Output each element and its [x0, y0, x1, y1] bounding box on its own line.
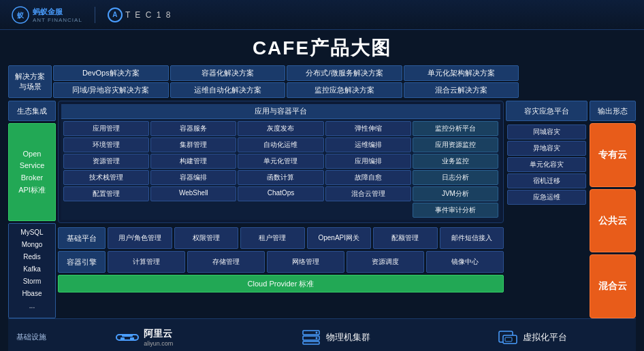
aliyun-name: 阿里云: [144, 328, 173, 340]
svg-point-9: [315, 331, 317, 333]
svg-rect-4: [130, 337, 134, 340]
cell-openapi: OpenAPI网关: [307, 227, 372, 249]
physical-provider: 物理机集群: [300, 328, 370, 347]
cell-config-mgmt: 配置管理: [63, 186, 149, 201]
sol-dr: 同域/异地容灾解决方案: [53, 82, 169, 98]
disaster-platform-title: 容灾应急平台: [506, 101, 587, 121]
cell-unit-dr: 单元化容灾: [507, 157, 586, 172]
cell-container-arr: 容器编排: [150, 170, 236, 185]
cell-event-audit: 事件审计分析: [413, 203, 498, 218]
container-engine-row: 容器引擎 计算管理 存储管理 网络管理 资源调度 镜像中心: [58, 251, 504, 273]
ecosystem-label: 生态集成: [8, 101, 56, 121]
disaster-section: 容灾应急平台 同城容灾 异地容灾 单元化容灾 宿机迁移 应急运维: [506, 101, 587, 318]
cell-log-analysis: 日志分析: [413, 170, 498, 185]
svg-point-10: [315, 337, 317, 339]
infra-platform-label: 基础平台: [58, 227, 106, 249]
ant-logo-sub: ANT FINANCIAL: [33, 17, 82, 23]
atec-a-letter: A: [112, 11, 117, 18]
cell-email-sms: 邮件短信接入: [440, 227, 504, 249]
sol-microservice: 分布式/微服务解决方案: [287, 65, 402, 81]
aliyun-sub: aliyun.com: [144, 340, 173, 347]
atec-logo: A T E C 1 8: [108, 7, 172, 22]
cell-gray-release: 灰度发布: [238, 121, 323, 136]
diagram-area: 生态集成 Open Service Broker API标准 MySQLMong…: [8, 101, 636, 318]
cell-hybrid-cloud-mgmt: 混合云管理: [325, 186, 411, 201]
left-sidebar: 生态集成 Open Service Broker API标准 MySQLMong…: [8, 101, 56, 318]
sol-hybrid: 混合云解决方案: [404, 82, 519, 98]
cloud-private: 专有云: [590, 123, 636, 187]
svg-rect-3: [120, 337, 125, 340]
middle-section: 应用与容器平台 应用管理 容器服务 灰度发布 弹性伸缩 监控分析平台 环境管理 …: [58, 101, 504, 318]
cell-tenant: 租户管理: [240, 227, 305, 249]
cell-ops-arr: 运维编排: [325, 137, 411, 152]
cell-app-arr: 应用编排: [325, 154, 411, 169]
cell-fault-heal: 故障自愈: [325, 170, 411, 185]
cell-env-mgmt: 环境管理: [63, 137, 149, 152]
sol-unit: 单元化架构解决方案: [404, 65, 519, 81]
cell-res-mgmt: 资源管理: [63, 154, 149, 169]
aliyun-provider: 阿里云 aliyun.com: [115, 328, 173, 347]
atec-circle-icon: A: [108, 7, 123, 22]
solutions-grid: DevOps解决方案 容器化解决方案 分布式/微服务解决方案 单元化架构解决方案…: [53, 65, 636, 98]
cell-biz-mon: 业务监控: [413, 154, 498, 169]
cell-host-migrate: 宿机迁移: [507, 173, 586, 188]
cell-resource-sched: 资源调度: [347, 251, 424, 273]
svg-text:蚁: 蚁: [17, 12, 25, 19]
app-platform-title: 应用与容器平台: [61, 104, 500, 119]
app-platform-grid: 应用管理 容器服务 灰度发布 弹性伸缩 监控分析平台 环境管理 集群管理 自动化…: [61, 119, 500, 220]
cell-remote-dr: 异地容灾: [507, 141, 586, 156]
aliyun-icon: [115, 328, 140, 347]
cell-app-mgmt: 应用管理: [63, 121, 149, 136]
cloud-hybrid: 混合云: [590, 254, 636, 318]
cell-permission: 权限管理: [174, 227, 239, 249]
ant-financial-logo: 蚁 蚂蚁金服 ANT FINANCIAL: [11, 5, 82, 24]
cell-elastic: 弹性伸缩: [325, 121, 411, 136]
container-engine-cells: 计算管理 存储管理 网络管理 资源调度 镜像中心: [108, 251, 504, 273]
cell-chatops: ChatOps: [238, 186, 323, 201]
infra-platform-cells: 用户/角色管理 权限管理 租户管理 OpenAPI网关 配额管理 邮件短信接入: [108, 227, 504, 249]
sol-monitor: 监控应急解决方案: [287, 82, 402, 98]
infra-bottom: 基础设施 阿里云 aliyun.com: [8, 318, 636, 351]
cell-auto-ops: 自动化运维: [238, 137, 323, 152]
cloud-public: 公共云: [590, 189, 636, 253]
logo-area: 蚁 蚂蚁金服 ANT FINANCIAL A T E C 1 8: [11, 5, 172, 24]
cell-cluster-mgmt: 集群管理: [150, 137, 236, 152]
cell-mirror-center: 镜像中心: [426, 251, 504, 273]
cell-network: 网络管理: [267, 251, 344, 273]
disaster-cells: 同城容灾 异地容灾 单元化容灾 宿机迁移 应急运维: [506, 123, 587, 206]
disaster-filler: [506, 208, 587, 318]
server-icon: [300, 328, 322, 347]
cell-jvm: JVM分析: [413, 186, 498, 201]
cell-app-res-mon: 应用资源监控: [413, 137, 498, 152]
virtual-icon: [497, 328, 519, 347]
cell-compute: 计算管理: [108, 251, 185, 273]
container-engine-label: 容器引擎: [58, 251, 106, 273]
cell-webshell: WebShell: [150, 186, 236, 201]
cell-emergency-ops: 应急运维: [507, 190, 586, 205]
atec-text: T E C 1 8: [125, 10, 172, 20]
open-service-broker: Open Service Broker API标准: [8, 123, 56, 221]
cell-quota: 配额管理: [373, 227, 438, 249]
cell-faas: 函数计算: [238, 170, 323, 185]
cell-unit-mgmt: 单元化管理: [238, 154, 323, 169]
cell-build-mgmt: 构建管理: [150, 154, 236, 169]
sol-container: 容器化解决方案: [170, 65, 286, 81]
svg-rect-5: [122, 335, 133, 337]
solutions-row: 解决方案 与场景 DevOps解决方案 容器化解决方案 分布式/微服务解决方案 …: [8, 65, 636, 98]
cell-monitoring: 监控分析平台: [413, 121, 498, 136]
sol-ops: 运维自动化解决方案: [170, 82, 286, 98]
virtual-provider: 虚拟化平台: [497, 328, 567, 347]
sol-devops: DevOps解决方案: [53, 65, 169, 81]
app-platform-container: 应用与容器平台 应用管理 容器服务 灰度发布 弹性伸缩 监控分析平台 环境管理 …: [58, 101, 504, 223]
cloud-provider-bar: Cloud Provider 标准: [58, 275, 504, 292]
virtual-name: 虚拟化平台: [523, 331, 567, 344]
physical-name: 物理机集群: [326, 331, 370, 344]
main-content: 解决方案 与场景 DevOps解决方案 容器化解决方案 分布式/微服务解决方案 …: [0, 65, 644, 351]
page-title: CAFE产品大图: [0, 30, 644, 65]
cell-container-svc: 容器服务: [150, 121, 236, 136]
header: 蚁 蚂蚁金服 ANT FINANCIAL A T E C 1 8: [0, 0, 644, 30]
solutions-label: 解决方案 与场景: [8, 65, 52, 98]
cell-user-role: 用户/角色管理: [108, 227, 172, 249]
ant-logo-text: 蚂蚁金服: [33, 7, 82, 17]
output-label: 输出形态: [590, 101, 636, 121]
